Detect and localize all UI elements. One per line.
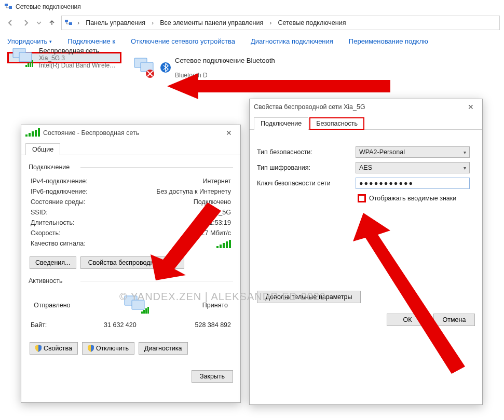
details-button[interactable]: Сведения... (30, 256, 76, 269)
svg-rect-3 (69, 22, 72, 25)
dialog-titlebar[interactable]: Состояние - Беспроводная сеть ✕ (21, 125, 240, 141)
chevron-right-icon[interactable]: › (75, 19, 81, 26)
ipv4-label: IPv4-подключение: (31, 178, 88, 185)
close-button[interactable]: ✕ (464, 102, 478, 112)
encryption-type-select[interactable]: AES▾ (356, 162, 470, 173)
dialog-titlebar[interactable]: Свойства беспроводной сети Xia_5G ✕ (250, 99, 482, 115)
svg-rect-6 (25, 65, 27, 67)
advanced-settings-button[interactable]: Дополнительные параметры (257, 291, 361, 303)
row-show-characters: Отображать вводимые знаки (257, 194, 475, 202)
chevron-right-icon[interactable]: › (149, 19, 156, 26)
encryption-type-label: Тип шифрования: (257, 164, 350, 171)
svg-rect-7 (28, 63, 29, 67)
connection-text: Беспроводная сеть Xia_5G 3 Intel(R) Dual… (39, 47, 117, 69)
connection-text: Сетевое подключение Bluetooth . Bluetoot… (175, 57, 295, 79)
recv-label: Принято (202, 302, 228, 309)
disable-label: Отключить (96, 345, 129, 352)
shield-icon (35, 345, 42, 352)
bluetooth-icon (160, 62, 171, 73)
connect-to-label: Подключение к (67, 37, 115, 45)
svg-rect-18 (143, 310, 145, 314)
tab-connection[interactable]: Подключение (254, 117, 308, 130)
bluetooth-icon-wrap (160, 62, 171, 73)
connect-to-button[interactable]: Подключение к (67, 37, 115, 45)
network-connections-icon (4, 3, 12, 11)
network-key-input[interactable]: ●●●●●●●●●●● (356, 178, 470, 189)
tab-security[interactable]: Безопасность (309, 117, 364, 130)
diagnose-button[interactable]: Диагностика подключения (251, 37, 333, 45)
dialog-body: Тип безопасности: WPA2-Personal▾ Тип шиф… (250, 130, 482, 308)
diagnostics-button[interactable]: Диагностика (139, 342, 187, 355)
organize-label: Упорядочить (7, 37, 47, 45)
wireless-properties-button[interactable]: Свойства беспроводной сети (80, 256, 184, 269)
bytes-recv-value: 528 384 892 (164, 321, 231, 329)
tab-strip: Подключение Безопасность (250, 115, 482, 130)
signal-bars-icon (216, 240, 231, 250)
forward-button[interactable] (20, 17, 32, 29)
encryption-type-value: AES (359, 164, 372, 171)
cancel-button[interactable]: Отмена (433, 314, 475, 326)
activity-row: Отправлено Принято (29, 290, 233, 320)
row-media: Состояние среды:Подключено (29, 197, 233, 207)
disable-device-button[interactable]: Отключение сетевого устройства (131, 37, 235, 45)
show-characters-checkbox[interactable] (358, 194, 366, 202)
ok-button[interactable]: ОК (387, 314, 428, 326)
breadcrumb-network-connections[interactable]: Сетевые подключения (275, 16, 349, 30)
bottom-button-row: Свойства Отключить Диагностика (29, 337, 233, 360)
rename-button[interactable]: Переименование подклю (349, 37, 428, 45)
monitor-icon (12, 47, 35, 68)
disable-button[interactable]: Отключить (82, 342, 134, 355)
chevron-right-icon[interactable]: › (267, 19, 274, 26)
window-titlebar: Сетевые подключения (0, 0, 504, 13)
network-key-value: ●●●●●●●●●●● (359, 180, 414, 187)
svg-rect-9 (32, 60, 33, 67)
breadcrumb-all-items[interactable]: Все элементы панели управления (157, 16, 266, 30)
connection-item-wireless[interactable]: Беспроводная сеть Xia_5G 3 Intel(R) Dual… (7, 52, 121, 63)
security-type-select[interactable]: WPA2-Personal▾ (356, 146, 470, 158)
network-connections-icon (63, 19, 74, 27)
monitor-icon (133, 57, 156, 78)
up-button[interactable] (46, 17, 58, 29)
breadcrumb[interactable]: › Панель управления › Все элементы панел… (61, 16, 500, 30)
speed-label: Скорость: (31, 229, 60, 237)
back-button[interactable] (4, 17, 17, 29)
media-label: Состояние среды: (31, 198, 85, 206)
history-dropdown-icon[interactable] (35, 17, 43, 29)
dialog-footer: Закрыть (21, 365, 240, 388)
group-activity-label: Активность (29, 277, 233, 284)
bytes-sent-value: 31 632 420 (74, 321, 137, 329)
connection-adapter: Bluetooth D (175, 72, 295, 79)
svg-rect-17 (141, 311, 143, 314)
wireless-properties-dialog: Свойства беспроводной сети Xia_5G ✕ Подк… (249, 99, 483, 405)
ipv6-label: IPv6-подключение: (31, 188, 88, 195)
diagnose-label: Диагностика подключения (251, 37, 333, 45)
row-security-type: Тип безопасности: WPA2-Personal▾ (257, 146, 475, 158)
svg-rect-20 (147, 307, 149, 314)
chevron-down-icon: ▾ (49, 39, 52, 44)
svg-rect-1 (9, 6, 12, 9)
ipv4-value: Интернет (202, 178, 231, 185)
dialog-body: Подключение IPv4-подключение:Интернет IP… (21, 155, 240, 365)
speed-value: 86.7 Мбит/с (196, 229, 231, 237)
rename-label: Переименование подклю (349, 37, 428, 45)
organize-button[interactable]: Упорядочить▾ (7, 37, 52, 45)
connection-item-bluetooth[interactable]: Сетевое подключение Bluetooth . Bluetoot… (129, 52, 300, 83)
bytes-label: Байт: (31, 321, 47, 329)
connections-list: Беспроводная сеть Xia_5G 3 Intel(R) Dual… (0, 50, 504, 85)
tab-general[interactable]: Общие (25, 143, 60, 155)
address-bar: › Панель управления › Все элементы панел… (0, 13, 504, 32)
security-type-label: Тип безопасности: (257, 148, 350, 156)
signal-icon (25, 128, 40, 138)
dialog-title: Состояние - Беспроводная сеть (43, 129, 139, 137)
button-row: Сведения... Свойства беспроводной сети (29, 251, 233, 274)
chevron-down-icon: ▾ (464, 150, 466, 155)
row-ipv4: IPv4-подключение:Интернет (29, 176, 233, 186)
row-ssid: SSID:Xia_5G (29, 207, 233, 218)
close-button[interactable]: Закрыть (192, 370, 233, 383)
close-button[interactable]: ✕ (222, 128, 236, 138)
ssid-value: Xia_5G (209, 209, 231, 216)
svg-rect-5 (19, 52, 32, 62)
breadcrumb-control-panel[interactable]: Панель управления (83, 16, 148, 30)
media-value: Подключено (194, 198, 231, 206)
properties-button[interactable]: Свойства (30, 342, 78, 355)
